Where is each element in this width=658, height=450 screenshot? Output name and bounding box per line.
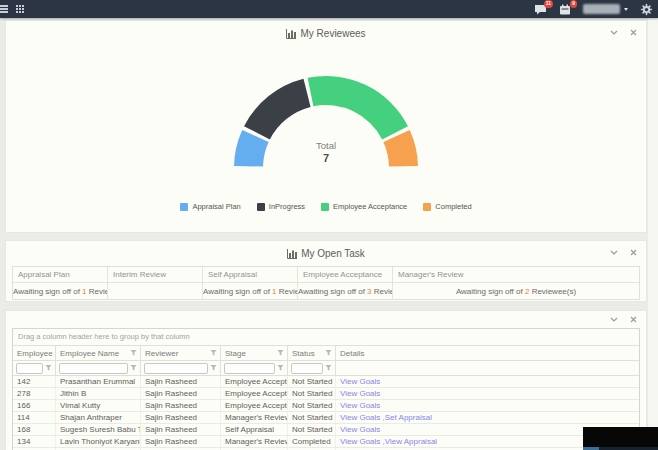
grid-cell: 278 [13,388,56,399]
collapse-panel-icon[interactable] [610,30,618,35]
grid-col-label: Reviewer [145,349,178,358]
gauge-segment-employee-acceptance[interactable] [308,76,408,139]
chevron-down-icon [624,8,628,11]
view-goals-link[interactable]: View Goals [340,389,380,398]
grid-cell: 168 [13,424,56,435]
filter-input-employee-code[interactable] [16,363,43,374]
header-filter-icon[interactable] [325,349,332,357]
filter-input-status[interactable] [291,363,323,374]
open-task-cell-manager-s-review: Awaiting sign off of 2 Reviewee(s) [393,283,639,299]
filter-row-icon[interactable] [45,364,52,372]
grid-cell: Sugesh Suresh Babu Thikkale ... [56,424,141,435]
panel-header: My Open Task [6,241,646,266]
grid-row-134[interactable]: 134Lavin Thoniyot KaryankandySajin Rashe… [13,436,639,448]
grid-row-166[interactable]: 166Vimal KuttySajin RasheedEmployee Acce… [13,400,639,412]
grid-cell: Manager's Review [221,436,288,447]
calendar-icon[interactable]: 9 [559,4,571,15]
view-goals-link[interactable]: View Goals [340,401,380,410]
topbar: 11 9 [0,0,658,18]
grid-row-142[interactable]: 142Prasanthan ErummalSajin RasheedEmploy… [13,376,639,388]
filter-cell-employee-code [13,361,56,376]
notifications-chat-icon[interactable]: 11 [534,4,547,15]
set-appraisal-link[interactable]: Set Appraisal [385,413,432,422]
legend-swatch-icon [423,203,431,211]
panel-header: My Reviewees [6,21,646,46]
legend-item-appraisal-plan[interactable]: Appraisal Plan [180,202,240,211]
grid-filter-row [13,361,639,376]
header-filter-icon[interactable] [210,349,217,357]
grid-cell: 114 [13,412,56,423]
group-by-drop-zone[interactable]: Drag a column header here to group by th… [13,329,639,346]
filter-row-icon[interactable] [325,364,332,372]
settings-gear-icon[interactable] [640,3,653,16]
grid-cell: Employee Acceptance [221,388,288,399]
grid-col-label: Details [340,349,364,358]
grid-row-168[interactable]: 168Sugesh Suresh Babu Thikkale ...Sajin … [13,424,639,436]
grid-cell: Employee Acceptance [221,376,288,387]
gauge-segment-inprogress[interactable] [244,79,311,140]
grid-row-278[interactable]: 278Jithin BSajin RasheedEmployee Accepta… [13,388,639,400]
filter-input-stage[interactable] [224,363,275,374]
grid-cell: Not Started [288,412,336,423]
grid-cell-details: View Goals [336,400,639,411]
grid-cell: 166 [13,400,56,411]
grid-cell: Sajin Rasheed [141,376,221,387]
legend-item-completed[interactable]: Completed [423,202,471,211]
grid-cell-details: View Goals [336,376,639,387]
header-filter-icon[interactable] [277,349,284,357]
grid-body: 142Prasanthan ErummalSajin RasheedEmploy… [13,376,639,450]
grid-col-employee-code[interactable]: Employee Code [13,346,56,361]
grid-cell: Prasanthan Erummal [56,376,141,387]
legend-item-employee-acceptance[interactable]: Employee Acceptance [321,202,407,211]
header-filter-icon[interactable] [130,349,137,357]
grid-col-details[interactable]: Details [336,346,639,361]
filter-cell-status [288,361,336,376]
filter-input-employee-name[interactable] [59,363,128,374]
view-appraisal-link[interactable]: View Appraisal [385,437,437,446]
panel-title: My Open Task [301,248,365,259]
grid-col-label: Employee Code [17,349,56,358]
view-goals-link[interactable]: View Goals [340,437,380,446]
calendar-badge: 9 [570,0,577,8]
legend-item-inprogress[interactable]: InProgress [257,202,305,211]
grid-cell: Manager's Review [221,412,288,423]
grid-cell: Sajin Rasheed [141,412,221,423]
filter-cell-reviewer [141,361,221,376]
page-scrollbar-track[interactable] [648,18,658,450]
open-task-data-row: Awaiting sign off of 1 Reviewee(s)Awaiti… [13,283,639,299]
grid-row-114[interactable]: 114Shajan AnthraperSajin RasheedManager'… [13,412,639,424]
panel-title: My Reviewees [300,28,365,39]
filter-row-icon[interactable] [210,364,217,372]
chat-badge: 11 [544,0,553,8]
view-goals-link[interactable]: View Goals [340,425,380,434]
user-menu[interactable] [583,4,628,14]
open-task-col-appraisal-plan: Appraisal Plan [13,267,108,283]
grid-cell: Self Appraisal [221,424,288,435]
legend-swatch-icon [257,203,265,211]
grid-col-stage[interactable]: Stage [221,346,288,361]
filter-cell-stage [221,361,288,376]
filter-row-icon[interactable] [277,364,284,372]
collapse-panel-icon[interactable] [610,250,618,255]
close-panel-icon[interactable] [630,316,637,323]
view-goals-link[interactable]: View Goals [340,413,380,422]
close-panel-icon[interactable] [630,249,637,256]
grid-cell-details: View Goals , Set Appraisal [336,412,639,423]
gauge-total-value: 7 [226,152,426,164]
grid-cell: Not Started [288,400,336,411]
grid-col-reviewer[interactable]: Reviewer [141,346,221,361]
open-task-cell-employee-acceptance: Awaiting sign off of 3 Reviewee(s) [298,283,393,299]
grid-col-employee-name[interactable]: Employee Name [56,346,141,361]
view-goals-link[interactable]: View Goals [340,377,380,386]
menu-icon[interactable] [0,5,8,13]
filter-cell-employee-name [56,361,141,376]
grid-cell: Not Started [288,424,336,435]
close-panel-icon[interactable] [630,29,637,36]
apps-grid-icon[interactable] [16,5,24,13]
reviewees-gauge: Total 7 [226,68,426,172]
filter-row-icon[interactable] [130,364,137,372]
filter-input-reviewer[interactable] [144,363,208,374]
grid-col-status[interactable]: Status [288,346,336,361]
open-task-col-self-appraisal: Self Appraisal [203,267,298,283]
collapse-panel-icon[interactable] [610,317,618,322]
